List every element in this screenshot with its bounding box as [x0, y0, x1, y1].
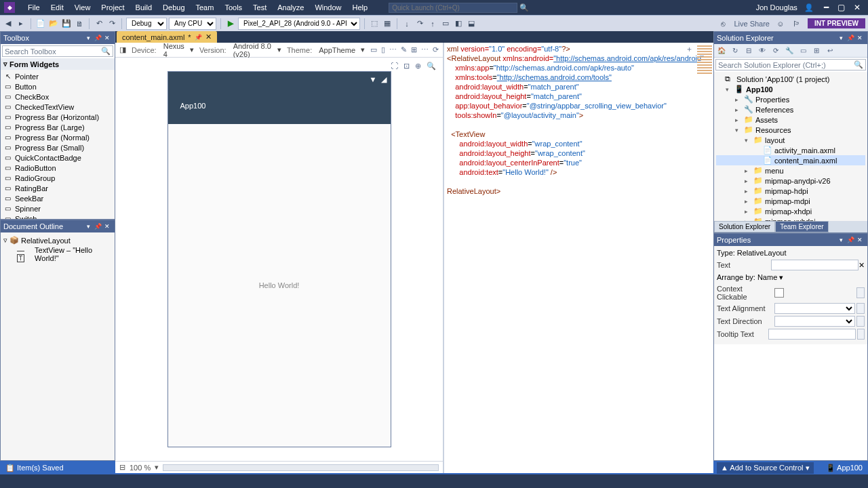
menu-project[interactable]: Project	[96, 2, 129, 13]
outline-root[interactable]: ▿📦 RelativeLayout	[3, 235, 112, 245]
toolbox-item[interactable]: ▭CheckBox	[2, 92, 113, 102]
tb-icon-1[interactable]: ⬚	[369, 18, 380, 29]
toolbox-item[interactable]: ▭Progress Bar (Small)	[2, 142, 113, 152]
prop-context-clickable-checkbox[interactable]	[774, 288, 784, 298]
close-icon[interactable]: ✕	[855, 237, 865, 243]
expander-icon[interactable]: ▸	[745, 188, 751, 195]
toolbox-item[interactable]: ▭RatingBar	[2, 183, 113, 193]
toolbox-search[interactable]: Search Toolbox 🔍	[2, 45, 113, 57]
prop-text-direction-select[interactable]	[774, 316, 855, 327]
menu-file[interactable]: File	[23, 2, 45, 13]
menu-team[interactable]: Team	[191, 2, 219, 13]
code-line[interactable]: xmlns:app="http://schemas.android.com/ap…	[447, 63, 711, 73]
code-line[interactable]: android:layout_width="match_parent"	[447, 82, 711, 92]
pin-icon[interactable]: 📌	[93, 35, 102, 41]
menu-analyze[interactable]: Analyze	[273, 2, 309, 13]
close-button[interactable]: ✕	[850, 3, 864, 12]
tb-icon-2[interactable]: ▦	[382, 18, 393, 29]
expander-icon[interactable]: ▾	[745, 137, 751, 144]
back-button[interactable]: ◀	[3, 18, 14, 29]
tb-icon-5[interactable]: ⬓	[466, 18, 477, 29]
code-line[interactable]: <RelativeLayout xmlns:android="http://sc…	[447, 54, 711, 63]
code-line[interactable]: xmlns:tools="http://schemas.android.com/…	[447, 73, 711, 82]
notifications-icon[interactable]: 🏳	[791, 18, 802, 29]
sln-node[interactable]: ▸🔧References	[716, 104, 865, 115]
menu-debug[interactable]: Debug	[158, 2, 189, 13]
layout-icon-1[interactable]: ▭	[370, 45, 377, 54]
expander-icon[interactable]: ▸	[745, 178, 751, 184]
sln-node[interactable]: ⧉Solution 'App100' (1 project)	[716, 74, 865, 84]
menu-view[interactable]: View	[70, 2, 96, 13]
add-icon[interactable]: ＋	[686, 44, 693, 54]
user-name[interactable]: Jon Douglas	[756, 3, 797, 12]
sln-search[interactable]: Search Solution Explorer (Ctrl+;) 🔍	[715, 59, 866, 70]
prop-marker[interactable]	[856, 303, 865, 314]
close-icon[interactable]: ✕	[102, 35, 112, 41]
zoom-actual-icon[interactable]: ⊡	[403, 62, 410, 70]
sln-node[interactable]: 📄content_main.axml	[716, 155, 865, 165]
sln-node[interactable]: ▸📁mipmap-xxhdpi	[716, 216, 865, 221]
h-scrollbar[interactable]	[163, 464, 439, 471]
quick-launch-input[interactable]	[389, 3, 517, 13]
minimap[interactable]	[697, 45, 712, 75]
sln-node[interactable]: ▸📁mipmap-mdpi	[716, 196, 865, 206]
save-button[interactable]: 💾	[61, 18, 72, 29]
toolbox-item[interactable]: ▭Progress Bar (Normal)	[2, 132, 113, 142]
menu-help[interactable]: Help	[348, 2, 373, 13]
zoom-fit-icon[interactable]: ⛶	[391, 62, 398, 70]
sync-icon[interactable]: ↻	[730, 45, 741, 56]
search-icon[interactable]: 🔍	[519, 3, 529, 12]
prop-tooltip-text-input[interactable]	[768, 329, 856, 340]
expander-icon[interactable]: ▸	[745, 167, 751, 174]
sln-node[interactable]: ▾📁Resources	[716, 125, 865, 135]
sln-node[interactable]: ▸📁menu	[716, 165, 865, 176]
split-icon[interactable]: ◨	[119, 45, 126, 54]
sln-node[interactable]: ▸🔧Properties	[716, 94, 865, 104]
zoom-in-icon[interactable]: ⊕	[415, 62, 421, 70]
source-control-button[interactable]: ▲ Add to Source Control ▾	[717, 462, 814, 474]
redo-button[interactable]: ↷	[106, 18, 117, 29]
sln-icon-9[interactable]: ↩	[825, 45, 835, 56]
forward-button[interactable]: ▸	[16, 18, 26, 29]
outline-child[interactable]: — 🅃 TextView – "Hello World!"	[3, 245, 112, 263]
configuration-selector[interactable]: Debug	[126, 18, 167, 30]
hello-text[interactable]: Hello World!	[259, 281, 300, 289]
code-line[interactable]: <TextView	[447, 129, 711, 139]
show-all-icon[interactable]: 👁	[757, 45, 768, 56]
collapse-icon[interactable]: ⊟	[119, 463, 125, 472]
toolbox-item[interactable]: ▭Progress Bar (Large)	[2, 122, 113, 132]
zoom-out-search-icon[interactable]: 🔍	[427, 62, 436, 70]
panel-menu-button[interactable]: ▾	[83, 35, 93, 41]
tab-team-explorer[interactable]: Team Explorer	[775, 221, 828, 232]
toolbox-item[interactable]: ▭CheckedTextView	[2, 102, 113, 112]
user-avatar-icon[interactable]: 👤	[804, 3, 814, 12]
code-line[interactable]: android:layout_height="wrap_content"	[447, 148, 711, 158]
code-line[interactable]: app:layout_behavior="@string/appbar_scro…	[447, 101, 711, 110]
save-all-button[interactable]: 🗎	[74, 18, 85, 29]
feedback-icon[interactable]: ☺	[775, 18, 786, 29]
minimize-button[interactable]: ━	[821, 3, 832, 12]
maximize-button[interactable]: ▢	[834, 3, 848, 12]
start-debug-button[interactable]: ▶	[225, 18, 236, 29]
pin-icon[interactable]: 📌	[846, 237, 855, 243]
more-icon[interactable]: ⋯	[421, 45, 429, 54]
props-icon[interactable]: 🔧	[784, 45, 795, 56]
collapse-icon[interactable]: ⊟	[743, 45, 754, 56]
sln-node[interactable]: ▸📁mipmap-xhdpi	[716, 206, 865, 216]
code-line[interactable]: tools:showIn="@layout/activity_main">	[447, 110, 711, 120]
expander-icon[interactable]: ▸	[735, 96, 742, 103]
code-line[interactable]: xml version="1.0" encoding="utf-8"?>	[447, 44, 711, 54]
pin-icon[interactable]: 📌	[846, 35, 855, 41]
toolbox-item[interactable]: ▭Button	[2, 81, 113, 92]
toolbox-category[interactable]: ▿Form Widgets	[1, 58, 115, 70]
clear-icon[interactable]: ✕	[859, 261, 865, 270]
prop-marker[interactable]	[856, 287, 865, 298]
device-value-dropdown[interactable]: Nexus 4	[163, 42, 184, 58]
live-share-label[interactable]: Live Share	[734, 20, 770, 28]
menu-window[interactable]: Window	[310, 2, 346, 13]
sln-node[interactable]: ▾📁layout	[716, 135, 865, 145]
refresh-icon[interactable]: ⟳	[770, 45, 781, 56]
step-over-icon[interactable]: ↷	[414, 18, 425, 29]
open-button[interactable]: 📂	[48, 18, 59, 29]
preview-icon[interactable]: ▭	[797, 45, 808, 56]
